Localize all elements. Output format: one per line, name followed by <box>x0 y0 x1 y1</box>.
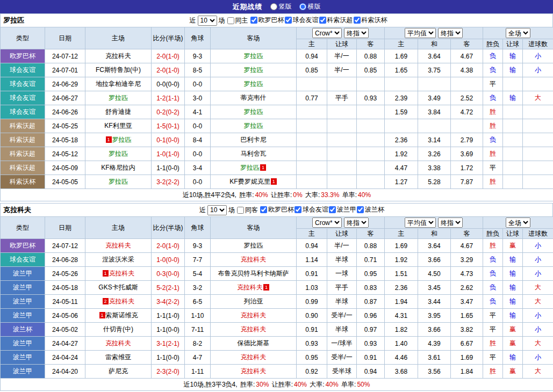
league-filter[interactable]: 波兰杯 <box>356 205 384 214</box>
avg-odds-select[interactable]: 平均值 <box>405 217 436 228</box>
team-name-link[interactable]: 雷索维亚 <box>105 353 131 361</box>
team-name-link[interactable]: KF利里亚 <box>104 122 132 129</box>
team-name-link[interactable]: 罗拉匹 <box>244 52 263 60</box>
league-checkbox[interactable] <box>260 206 267 213</box>
same-venue-checkbox[interactable] <box>237 207 244 214</box>
league-filter[interactable]: 科索沃超 <box>319 16 353 25</box>
score-cell[interactable]: 1-2(1-1) <box>152 91 185 105</box>
team-name-link[interactable]: 罗拉匹 <box>109 94 128 101</box>
score-cell[interactable]: 3-1(2-1) <box>152 337 185 351</box>
score-cell[interactable]: 3-4(2-2) <box>152 295 185 309</box>
odds-company-select[interactable]: Crow* <box>312 28 342 38</box>
team-name-link[interactable]: 克拉科夫 <box>241 256 267 263</box>
score-cell[interactable]: 0-0(0-0) <box>152 77 185 91</box>
team-name-link[interactable]: 索斯诺维克 <box>106 311 138 319</box>
team-name-link[interactable]: 蒂克韦什 <box>241 94 267 101</box>
team-name-link[interactable]: 马利舍瓦 <box>241 150 267 157</box>
team-name-link[interactable]: 涅波沃米采 <box>102 256 134 263</box>
team-name-link[interactable]: 克拉科夫 <box>109 270 135 277</box>
score-cell[interactable]: 0-2(0-2) <box>152 105 185 119</box>
league-checkbox[interactable] <box>250 17 257 24</box>
league-checkbox[interactable] <box>354 17 361 24</box>
score-cell[interactable]: 5-2(2-1) <box>152 281 185 295</box>
match-count-select[interactable]: 10 <box>207 205 227 215</box>
vertical-layout-radio[interactable] <box>270 3 277 10</box>
layout-vertical-option[interactable]: 竖版 <box>270 2 292 11</box>
score-cell[interactable]: 1-1(0-0) <box>152 161 185 175</box>
score-cell[interactable]: 3-2(2-2) <box>152 175 185 189</box>
score-cell[interactable]: 2-0(1-0) <box>152 63 185 77</box>
team-name-link[interactable]: 克拉科夫 <box>237 284 263 291</box>
team-name-link[interactable]: 克拉科夫 <box>105 52 131 60</box>
score-cell[interactable]: 1-1(0-0) <box>152 323 185 337</box>
team-name-link[interactable]: FC斯特鲁加(中) <box>96 66 141 74</box>
team-name-link[interactable]: 巴利卡尼 <box>241 136 267 143</box>
avg-odds-select[interactable]: 平均值 <box>405 28 436 38</box>
score-cell[interactable]: 1-5(0-1) <box>152 119 185 133</box>
horizontal-layout-radio[interactable] <box>299 3 306 10</box>
scope-select[interactable]: 全场 <box>506 28 530 38</box>
team-name-link[interactable]: 罗拉匹 <box>244 66 263 74</box>
odds-stage-select[interactable]: 终指 <box>344 28 369 38</box>
team-name-link[interactable]: 保德比斯基 <box>238 339 270 347</box>
odds-stage-select[interactable]: 终指 <box>344 217 369 228</box>
avg-stage-select[interactable]: 终指 <box>438 28 463 38</box>
league-filter[interactable]: 欧罗巴杯 <box>250 16 284 25</box>
summary-stat-value: 40% <box>294 381 308 388</box>
team-name-link[interactable]: GKS卡托威斯 <box>98 284 138 291</box>
same-venue-filter[interactable]: 同客 <box>236 206 258 215</box>
team-name-link[interactable]: KF费罗妮克里 <box>229 178 270 185</box>
odds-company-select[interactable]: Crow* <box>312 217 342 228</box>
team-name-link[interactable]: 布鲁克贝特马利卡纳斯萨 <box>218 270 289 277</box>
same-venue-checkbox[interactable] <box>227 17 234 24</box>
score-cell[interactable]: 0-1(0-0) <box>152 133 185 147</box>
league-checkbox[interactable] <box>357 206 364 213</box>
score-cell[interactable]: 0-3(0-0) <box>152 267 185 281</box>
team-name-link[interactable]: 罗拉匹 <box>112 136 132 143</box>
layout-horizontal-option[interactable]: 横版 <box>299 2 321 11</box>
league-checkbox[interactable] <box>295 206 301 213</box>
score-cell[interactable]: 1-1(1-0) <box>152 309 185 323</box>
team-name-link[interactable]: 舒肯迪捷 <box>105 108 131 115</box>
match-date-cell: 24-06-29 <box>45 77 85 91</box>
match-count-select[interactable]: 10 <box>198 16 217 26</box>
team-name-link[interactable]: 罗拉匹 <box>244 80 263 88</box>
score-cell[interactable]: 2-3(2-0) <box>152 365 185 379</box>
team-name-link[interactable]: 罗拉匹 <box>109 178 128 185</box>
match-row: 波兰甲24-05-261克拉科夫0-3(0-0)5-4布鲁克贝特马利卡纳斯萨0.… <box>1 267 553 281</box>
team-name-link[interactable]: 列治亚 <box>244 297 263 305</box>
league-filter[interactable]: 科索沃杯 <box>353 16 387 25</box>
team-name-link[interactable]: 克拉科夫 <box>241 311 267 319</box>
league-filter[interactable]: 波兰甲 <box>328 205 356 214</box>
league-checkbox[interactable] <box>329 206 336 213</box>
team-name-link[interactable]: 罗拉匹 <box>244 122 263 129</box>
team-name-link[interactable]: 罗拉匹 <box>244 108 263 115</box>
team-name-link[interactable]: 罗拉匹 <box>240 164 260 171</box>
score-cell[interactable]: 2-0(1-0) <box>152 239 185 253</box>
team-name-link[interactable]: 罗拉匹 <box>109 150 128 157</box>
team-name-link[interactable]: 什切青(中) <box>103 325 133 333</box>
league-filter[interactable]: 球会友谊 <box>294 205 328 214</box>
team-name-link[interactable]: 克拉科夫 <box>241 353 267 361</box>
team-name-link[interactable]: 罗拉匹 <box>244 242 263 249</box>
league-checkbox[interactable] <box>319 17 326 24</box>
league-filter[interactable]: 球会友谊 <box>284 16 319 25</box>
score-cell[interactable]: 1-1(0-0) <box>152 351 185 365</box>
avg-stage-select[interactable]: 终指 <box>438 217 463 228</box>
team-name-link[interactable]: KF格尼拉内 <box>101 164 135 171</box>
team-name-link[interactable]: 克拉科夫 <box>241 367 267 375</box>
team-name-link[interactable]: 萨尼克 <box>109 367 128 375</box>
league-filter[interactable]: 欧罗巴杯 <box>260 205 294 214</box>
scope-select[interactable]: 全场 <box>506 217 530 228</box>
score-cell[interactable]: 2-0(1-0) <box>152 49 185 63</box>
team-name-link[interactable]: 克拉科夫 <box>105 339 131 347</box>
team-name-link[interactable]: 克拉科夫 <box>241 325 267 333</box>
league-checkbox[interactable] <box>285 17 292 24</box>
team-name-link[interactable]: 克拉科夫 <box>109 297 135 305</box>
team-name-link[interactable]: 地拉拿柏迪辛尼 <box>96 80 141 88</box>
score-cell[interactable]: 1-0(0-0) <box>152 253 185 267</box>
score-cell[interactable]: 1-0(1-0) <box>152 147 185 161</box>
team-name-link[interactable]: 克拉科夫 <box>105 242 131 249</box>
same-venue-filter[interactable]: 同主 <box>227 16 248 25</box>
odds-away-cell: 0.94 <box>357 365 385 379</box>
